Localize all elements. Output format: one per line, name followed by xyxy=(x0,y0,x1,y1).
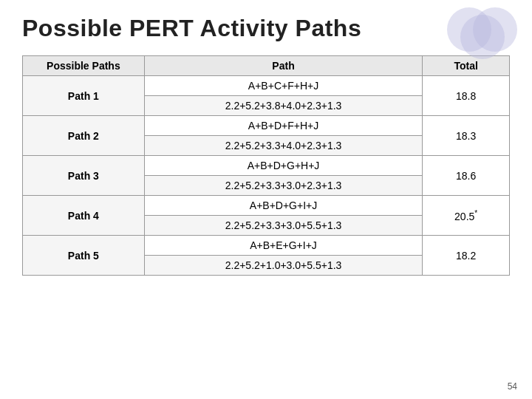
path-label: Path 5 xyxy=(23,236,145,276)
path-formula: A+B+E+G+I+J xyxy=(144,236,423,256)
table-row: Path 1A+B+C+F+H+J18.8 xyxy=(23,76,510,96)
path-total: 20.5* xyxy=(423,196,510,236)
decorative-circles xyxy=(436,7,517,59)
path-calculation: 2.2+5.2+3.3+3.0+2.3+1.3 xyxy=(144,176,423,196)
table-row: Path 2A+B+D+F+H+J18.3 xyxy=(23,116,510,136)
table-row: Path 4A+B+D+G+I+J20.5* xyxy=(23,196,510,216)
path-formula: A+B+D+F+H+J xyxy=(144,116,423,136)
paths-table: Possible Paths Path Total Path 1A+B+C+F+… xyxy=(22,55,510,276)
table-row: Path 5A+B+E+G+I+J18.2 xyxy=(23,236,510,256)
path-calculation: 2.2+5.2+3.3+3.0+5.5+1.3 xyxy=(144,216,423,236)
path-formula: A+B+D+G+I+J xyxy=(144,196,423,216)
path-label: Path 2 xyxy=(23,116,145,156)
path-calculation: 2.2+5.2+3.8+4.0+2.3+1.3 xyxy=(144,96,423,116)
circle-3 xyxy=(460,15,505,59)
page-number: 54 xyxy=(508,381,517,392)
table-row: Path 3A+B+D+G+H+J18.6 xyxy=(23,156,510,176)
header-possible-paths: Possible Paths xyxy=(23,56,145,76)
path-calculation: 2.2+5.2+1.0+3.0+5.5+1.3 xyxy=(144,256,423,276)
page-container: Possible PERT Activity Paths Possible Pa… xyxy=(0,0,532,399)
path-label: Path 3 xyxy=(23,156,145,196)
path-calculation: 2.2+5.2+3.3+4.0+2.3+1.3 xyxy=(144,136,423,156)
path-formula: A+B+D+G+H+J xyxy=(144,156,423,176)
path-total: 18.2 xyxy=(423,236,510,276)
header-path: Path xyxy=(144,56,423,76)
path-total: 18.3 xyxy=(423,116,510,156)
table-wrapper: Possible Paths Path Total Path 1A+B+C+F+… xyxy=(22,55,510,276)
path-label: Path 4 xyxy=(23,196,145,236)
path-total: 18.6 xyxy=(423,156,510,196)
path-label: Path 1 xyxy=(23,76,145,116)
path-formula: A+B+C+F+H+J xyxy=(144,76,423,96)
path-total: 18.8 xyxy=(423,76,510,116)
